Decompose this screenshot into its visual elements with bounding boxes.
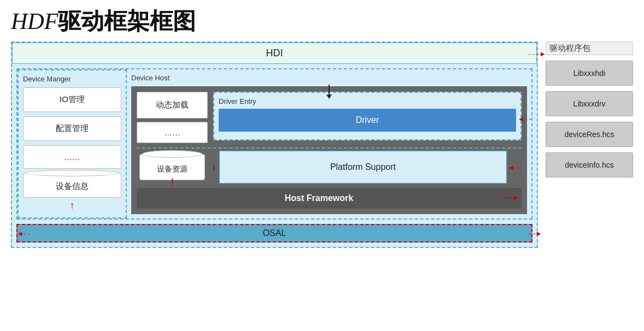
platform-support-area: ↕ Platform Support ◄- - <box>212 151 522 184</box>
io-management: IO管理 <box>23 87 121 112</box>
dynamic-load-stack: 动态加载 …… <box>137 92 208 143</box>
hdi-bar: HDI - - -► <box>12 43 537 64</box>
pkg-deviceinfo: deviceInfo.hcs <box>546 152 633 178</box>
dynamic-load: 动态加载 <box>137 92 208 119</box>
main-frame: HDI - - -► Device Manger IO管理 配置管理 …… <box>11 42 538 248</box>
device-resource-area: 设备资源 ↑ <box>137 151 208 184</box>
device-manager: Device Manger IO管理 配置管理 …… 设备信息 ↑ <box>17 69 127 218</box>
pkg-libxxxhdi: Libxxxhdi <box>546 61 633 86</box>
inner-frame: Device Manger IO管理 配置管理 …… 设备信息 ↑ <box>16 68 532 220</box>
diagram-container: HDI - - -► Device Manger IO管理 配置管理 …… <box>11 42 633 248</box>
ellipsis-box: …… <box>23 145 121 169</box>
host-inner: 动态加载 …… Driver Entry Driver <box>131 86 527 214</box>
host-top: 动态加载 …… Driver Entry Driver <box>137 92 522 143</box>
stack-dots: …… <box>137 122 208 143</box>
device-manager-label: Device Manger <box>23 75 121 83</box>
device-resource: 设备资源 <box>157 164 188 173</box>
pkg-deviceres: deviceRes.hcs <box>546 122 633 147</box>
pkg-libxxxdrv: Libxxxdrv <box>546 91 633 116</box>
page-title: HDF驱动框架框图 <box>11 9 633 34</box>
dashed-separator <box>137 147 522 149</box>
driver-entry-label: Driver Entry <box>219 97 516 105</box>
host-framework-bar: Host Framework - - -► <box>137 188 522 209</box>
config-management: 配置管理 <box>23 116 121 141</box>
osal-label: OSAL <box>263 228 286 238</box>
osal-section: OSAL ◄- - - -► <box>16 224 532 243</box>
platform-support-box: Platform Support <box>219 151 507 184</box>
driver-button: Driver <box>219 109 516 132</box>
host-bottom-area: 设备资源 ↑ <box>137 151 522 184</box>
device-host: Device Host 动态加载 <box>127 69 531 218</box>
device-host-label: Device Host <box>131 74 527 82</box>
driver-package-title: 驱动程序包 <box>546 42 633 55</box>
hdi-label: HDI <box>266 48 283 58</box>
device-info: 设备信息 <box>56 181 89 191</box>
driver-package: 驱动程序包 Libxxxhdi Libxxxdrv deviceRes.hcs … <box>546 42 633 183</box>
driver-entry-box: Driver Entry Driver <box>213 92 522 140</box>
